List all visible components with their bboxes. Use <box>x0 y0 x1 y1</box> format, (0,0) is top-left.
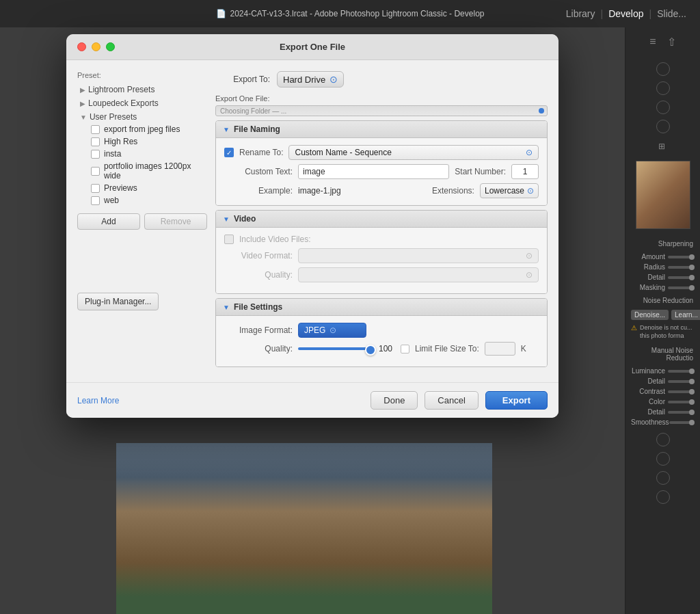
panel-circle-2[interactable] <box>656 81 670 95</box>
preset-item-jpeg[interactable]: export from jpeg files <box>77 123 207 135</box>
masking-slider-row: Masking <box>625 282 700 293</box>
smoothness-slider[interactable] <box>669 421 695 424</box>
masking-slider[interactable] <box>668 286 695 289</box>
format-arrow-icon: ⊙ <box>329 325 336 335</box>
lightroom-presets-label: Lightroom Presets <box>88 85 154 94</box>
video-format-select[interactable]: ⊙ <box>298 248 539 263</box>
color-slider[interactable] <box>668 401 695 403</box>
modal-footer: Learn More Done Cancel Export <box>66 382 558 418</box>
limit-file-size-label: Limit File Size To: <box>415 344 479 353</box>
quality-row: Quality: 100 Limit File Size To: K <box>224 342 539 356</box>
preset-checkbox-insta[interactable] <box>91 150 100 159</box>
video-quality-arrow-icon: ⊙ <box>526 270 533 280</box>
preset-label-highres: High Res <box>104 137 137 146</box>
image-format-select[interactable]: JPEG ⊙ <box>298 323 366 338</box>
quality-slider[interactable] <box>298 347 373 350</box>
share-icon[interactable]: ⇧ <box>667 36 676 49</box>
user-presets-label: User Presets <box>90 112 137 122</box>
settings-icon[interactable]: ≡ <box>649 36 656 49</box>
detail-label: Detail <box>631 273 665 281</box>
learn-more-link[interactable]: Learn More <box>77 396 119 405</box>
color-label: Color <box>631 398 665 405</box>
panel-circle-7[interactable] <box>656 471 670 485</box>
preset-item-insta[interactable]: insta <box>77 148 207 160</box>
detail3-slider[interactable] <box>668 411 695 414</box>
maximize-button[interactable] <box>106 42 115 51</box>
preset-item-web[interactable]: web <box>77 194 207 206</box>
extensions-arrow-icon: ⊙ <box>527 186 534 196</box>
preset-item-portfolio[interactable]: portfolio images 1200px wide <box>77 160 207 182</box>
radius-slider[interactable] <box>668 266 695 269</box>
amount-label: Amount <box>631 253 665 261</box>
preset-checkbox-portfolio[interactable] <box>91 167 100 176</box>
preset-checkbox-jpeg[interactable] <box>91 125 100 134</box>
detail2-slider[interactable] <box>668 380 695 383</box>
panel-circle-5[interactable] <box>656 433 670 446</box>
quality-value: 100 <box>379 344 395 353</box>
detail2-slider-row: Detail <box>625 376 700 386</box>
amount-slider[interactable] <box>668 256 695 258</box>
loupedeck-exports-header[interactable]: ▶ Loupedeck Exports <box>77 97 207 109</box>
preset-label: Preset: <box>77 71 207 79</box>
user-presets-header[interactable]: ▼ User Presets <box>77 111 207 123</box>
video-section: ▼ Video Include Video Files: Video Forma… <box>215 210 548 294</box>
panel-circle-3[interactable] <box>656 101 670 114</box>
remove-preset-button[interactable]: Remove <box>144 213 207 230</box>
preset-label-web: web <box>104 196 119 205</box>
modal-overlay: Export One File Preset: ▶ Lightroom Pres… <box>0 0 625 614</box>
cancel-button[interactable]: Cancel <box>425 391 478 410</box>
example-row: Example: image-1.jpg Extensions: Lowerca… <box>224 183 539 198</box>
preset-group-lightroom: ▶ Lightroom Presets <box>77 83 207 96</box>
select-arrow-icon: ⊙ <box>329 74 338 85</box>
lightroom-presets-header[interactable]: ▶ Lightroom Presets <box>77 83 207 96</box>
extensions-select[interactable]: Lowercase ⊙ <box>480 183 539 198</box>
learn-button[interactable]: Learn... <box>671 310 700 320</box>
preset-checkbox-web[interactable] <box>91 196 100 205</box>
file-naming-content: Rename To: Custom Name - Sequence ⊙ Cust… <box>216 138 547 205</box>
extensions-label: Extensions: <box>432 186 474 196</box>
limit-file-size-input[interactable] <box>485 342 515 356</box>
contrast-slider[interactable] <box>668 390 695 393</box>
nav-slideshow[interactable]: Slide... <box>657 8 686 19</box>
custom-name-select[interactable]: Custom Name - Sequence ⊙ <box>288 145 539 160</box>
custom-text-input[interactable] <box>298 164 449 179</box>
export-to-label: Export To: <box>215 75 270 84</box>
luminance-slider[interactable] <box>668 370 695 373</box>
video-quality-select[interactable]: ⊙ <box>298 267 539 282</box>
start-number-input[interactable] <box>511 164 539 179</box>
denoise-button[interactable]: Denoise... <box>631 310 669 320</box>
preset-checkbox-previews[interactable] <box>91 184 100 193</box>
preset-item-highres[interactable]: High Res <box>77 135 207 148</box>
video-format-row: Video Format: ⊙ <box>224 248 539 263</box>
plugin-manager-button[interactable]: Plug-in Manager... <box>77 293 159 310</box>
detail-slider[interactable] <box>668 276 695 279</box>
panel-circle-6[interactable] <box>656 452 670 466</box>
right-panel: ≡ ⇧ ⊞ Sharpening Amount Radius Detail Ma… <box>625 27 700 614</box>
panel-circle-8[interactable] <box>656 490 670 504</box>
minimize-button[interactable] <box>92 42 100 51</box>
rename-to-checkbox[interactable] <box>224 148 234 157</box>
file-naming-header[interactable]: ▼ File Naming <box>216 121 547 138</box>
preset-checkbox-highres[interactable] <box>91 137 100 146</box>
limit-file-size-checkbox[interactable] <box>401 345 409 353</box>
include-video-checkbox[interactable] <box>224 235 234 244</box>
panel-circle-4[interactable] <box>656 120 670 133</box>
close-button[interactable] <box>77 42 86 51</box>
manual-noise-title: Manual Noise Reductio <box>625 343 700 366</box>
video-header[interactable]: ▼ Video <box>216 211 547 228</box>
add-preset-button[interactable]: Add <box>77 213 140 230</box>
start-number-col: Start Number: <box>455 164 539 179</box>
panel-circle-1[interactable] <box>656 62 670 76</box>
done-button[interactable]: Done <box>371 391 418 410</box>
preset-item-previews[interactable]: Previews <box>77 182 207 194</box>
amount-slider-row: Amount <box>625 252 700 262</box>
file-settings-arrow-icon: ▼ <box>223 304 230 311</box>
image-format-label: Image Format: <box>224 325 293 335</box>
export-to-select[interactable]: Hard Drive ⊙ <box>277 71 344 88</box>
preset-label-insta: insta <box>104 149 121 159</box>
preset-group-user: ▼ User Presets export from jpeg files Hi… <box>77 111 207 206</box>
start-number-label: Start Number: <box>455 167 506 176</box>
file-settings-header[interactable]: ▼ File Settings <box>216 299 547 316</box>
export-button[interactable]: Export <box>485 391 548 410</box>
sidebar-action-buttons: Add Remove <box>77 213 207 230</box>
